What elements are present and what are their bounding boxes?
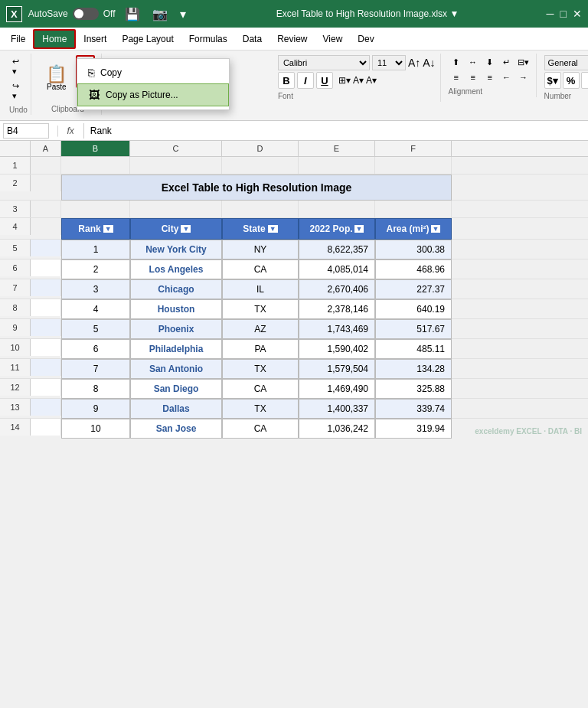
menu-formulas[interactable]: Formulas xyxy=(181,31,235,47)
fill-color-button[interactable]: A▾ xyxy=(353,75,364,86)
cell-a1[interactable] xyxy=(31,157,61,174)
menu-page-layout[interactable]: Page Layout xyxy=(114,31,181,47)
bottom-align-button[interactable]: ⬇ xyxy=(482,55,498,69)
menu-review[interactable]: Review xyxy=(270,31,315,47)
paste-button[interactable]: 📋 Paste xyxy=(41,63,73,94)
cell-b8[interactable]: 4 xyxy=(61,299,130,319)
cell-f3[interactable] xyxy=(375,201,452,217)
cell-d14[interactable]: CA xyxy=(222,419,299,439)
cell-c1[interactable] xyxy=(130,157,222,174)
cell-b14[interactable]: 10 xyxy=(61,419,130,439)
cell-c11[interactable]: San Antonio xyxy=(130,359,222,379)
cell-c5[interactable]: New York City xyxy=(130,240,222,259)
cell-d13[interactable]: TX xyxy=(222,399,299,419)
cell-b6[interactable]: 2 xyxy=(61,259,130,279)
cell-c4-header[interactable]: City ▼ xyxy=(130,218,222,240)
cell-f13[interactable]: 339.74 xyxy=(375,399,452,419)
cell-d5[interactable]: NY xyxy=(222,240,299,259)
cell-e4-header[interactable]: 2022 Pop. ▼ xyxy=(299,218,375,240)
cell-e9[interactable]: 1,743,469 xyxy=(299,319,375,339)
cell-b4-header[interactable]: Rank ▼ xyxy=(61,218,130,240)
cell-d9[interactable]: AZ xyxy=(222,319,299,339)
cell-a14[interactable] xyxy=(31,419,61,436)
wrap-text-button[interactable]: ↵ xyxy=(499,55,514,69)
cell-c3[interactable] xyxy=(130,201,222,217)
font-size-select[interactable]: 11 xyxy=(372,55,406,70)
cell-b13[interactable]: 9 xyxy=(61,399,130,419)
cell-c6[interactable]: Los Angeles xyxy=(130,259,222,279)
camera-icon[interactable]: 📷 xyxy=(149,5,171,23)
cell-b2-merged[interactable]: Excel Table to High Resolution Image xyxy=(61,175,452,201)
cell-e3[interactable] xyxy=(299,201,375,217)
cell-a8[interactable] xyxy=(31,299,61,316)
currency-button[interactable]: $▾ xyxy=(544,72,561,89)
decrease-font-icon[interactable]: A↓ xyxy=(423,57,435,69)
menu-view[interactable]: View xyxy=(315,31,351,47)
cell-f7[interactable]: 227.37 xyxy=(375,279,452,299)
cell-e13[interactable]: 1,400,337 xyxy=(299,399,375,419)
increase-font-icon[interactable]: A↑ xyxy=(408,57,420,69)
copy-as-picture-menu-item[interactable]: 🖼 Copy as Picture... xyxy=(77,83,229,106)
cell-d11[interactable]: TX xyxy=(222,359,299,379)
cell-d6[interactable]: CA xyxy=(222,259,299,279)
cell-d10[interactable]: PA xyxy=(222,339,299,359)
cell-d3[interactable] xyxy=(222,201,299,217)
cell-a7[interactable] xyxy=(31,279,61,296)
cell-e5[interactable]: 8,622,357 xyxy=(299,240,375,259)
save-icon[interactable]: 💾 xyxy=(122,5,143,23)
cell-a11[interactable] xyxy=(31,359,61,376)
col-header-e[interactable]: E xyxy=(299,141,375,156)
cell-c12[interactable]: San Diego xyxy=(130,379,222,399)
menu-dev[interactable]: Dev xyxy=(350,31,381,47)
cell-c14[interactable]: San Jose xyxy=(130,419,222,439)
cell-b11[interactable]: 7 xyxy=(61,359,130,379)
number-format-select[interactable]: General xyxy=(544,55,588,70)
cell-c8[interactable]: Houston xyxy=(130,299,222,319)
cell-f9[interactable]: 517.67 xyxy=(375,319,452,339)
cell-e14[interactable]: 1,036,242 xyxy=(299,419,375,439)
cell-f6[interactable]: 468.96 xyxy=(375,259,452,279)
cell-b10[interactable]: 6 xyxy=(61,339,130,359)
cell-f5[interactable]: 300.38 xyxy=(375,240,452,259)
cell-a13[interactable] xyxy=(31,399,61,416)
cell-d8[interactable]: TX xyxy=(222,299,299,319)
border-button[interactable]: ⊞▾ xyxy=(338,75,351,86)
formula-input[interactable]: Rank xyxy=(90,126,585,136)
underline-button[interactable]: U xyxy=(316,72,333,89)
cell-b1[interactable] xyxy=(61,157,130,174)
cell-f14[interactable]: 319.94 xyxy=(375,419,452,439)
cell-a12[interactable] xyxy=(31,379,61,396)
cell-a10[interactable] xyxy=(31,339,61,356)
cell-c13[interactable]: Dallas xyxy=(130,399,222,419)
cell-b9[interactable]: 5 xyxy=(61,319,130,339)
left-align-button[interactable]: ≡ xyxy=(449,70,464,84)
cell-a5[interactable] xyxy=(31,240,61,256)
cell-f12[interactable]: 325.88 xyxy=(375,379,452,399)
menu-file[interactable]: File xyxy=(3,31,33,47)
center-align-button[interactable]: ≡ xyxy=(466,70,481,84)
copy-menu-item[interactable]: ⎘ Copy xyxy=(77,62,229,83)
close-icon[interactable]: ✕ xyxy=(573,8,582,20)
font-color-button[interactable]: A▾ xyxy=(366,75,377,86)
menu-insert[interactable]: Insert xyxy=(76,31,114,47)
redo-button[interactable]: ↪ ▾ xyxy=(9,80,28,103)
right-align-button[interactable]: ≡ xyxy=(482,70,498,84)
cell-e11[interactable]: 1,579,504 xyxy=(299,359,375,379)
cell-b3[interactable] xyxy=(61,201,130,217)
cell-a2[interactable] xyxy=(31,175,61,191)
cell-e12[interactable]: 1,469,490 xyxy=(299,379,375,399)
autosave-area[interactable]: AutoSave Off xyxy=(28,8,116,20)
autosave-toggle[interactable] xyxy=(73,8,99,20)
cell-e8[interactable]: 2,378,146 xyxy=(299,299,375,319)
dropdown-icon[interactable]: ▾ xyxy=(177,5,189,23)
indent-dec-button[interactable]: ← xyxy=(499,70,514,84)
col-header-f[interactable]: F xyxy=(375,141,452,156)
merge-center-button[interactable]: ⊟▾ xyxy=(516,55,531,69)
col-header-c[interactable]: C xyxy=(130,141,222,156)
cell-f8[interactable]: 640.19 xyxy=(375,299,452,319)
cell-a3[interactable] xyxy=(31,201,61,217)
minimize-icon[interactable]: ─ xyxy=(547,8,554,20)
font-name-select[interactable]: Calibri xyxy=(278,55,370,70)
cell-c7[interactable]: Chicago xyxy=(130,279,222,299)
cell-d7[interactable]: IL xyxy=(222,279,299,299)
